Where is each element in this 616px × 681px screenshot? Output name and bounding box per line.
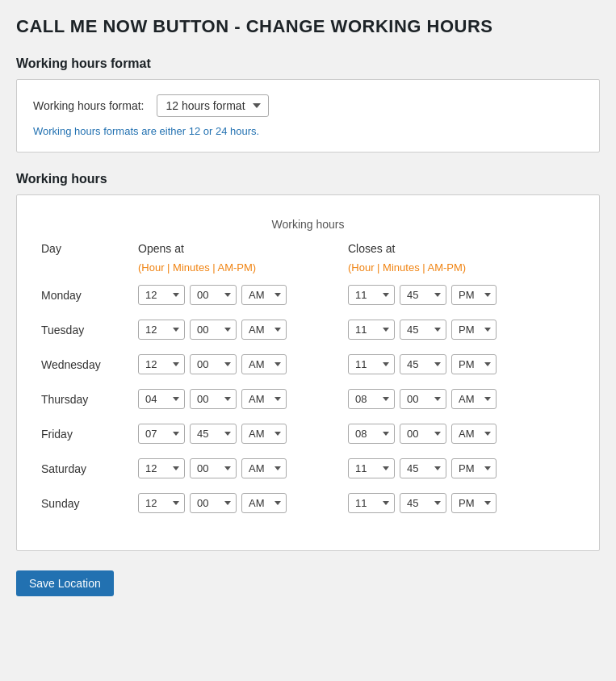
tuesday-close-min-select[interactable]: 00153045: [400, 320, 446, 340]
day-name-saturday: Saturday: [41, 462, 138, 475]
open-time-group: 01020304050607080910111200153045AMPM: [138, 285, 348, 305]
open-time-group: 01020304050607080910111200153045AMPM: [138, 424, 348, 444]
open-time-group: 01020304050607080910111200153045AMPM: [138, 389, 348, 409]
col-subheader-closes: (Hour | Minutes | AM-PM): [348, 261, 558, 274]
close-time-group: 01020304050607080910111200153045AMPM: [348, 493, 558, 513]
wednesday-open-min-select[interactable]: 00153045: [190, 354, 237, 374]
saturday-open-ampm-select[interactable]: AMPM: [241, 458, 287, 478]
day-name-monday: Monday: [41, 289, 138, 302]
day-rows: Monday01020304050607080910111200153045AM…: [41, 285, 575, 513]
saturday-close-hour-select[interactable]: 010203040506070809101112: [348, 458, 395, 478]
save-location-button[interactable]: Save Location: [16, 570, 114, 596]
open-time-group: 01020304050607080910111200153045AMPM: [138, 320, 348, 340]
hours-card: Working hours Day Opens at Closes at (Ho…: [16, 194, 600, 551]
sunday-close-min-select[interactable]: 00153045: [400, 493, 446, 513]
day-name-friday: Friday: [41, 428, 138, 441]
monday-close-hour-select[interactable]: 010203040506070809101112: [348, 285, 395, 305]
page-title: CALL ME NOW BUTTON - CHANGE WORKING HOUR…: [16, 16, 600, 37]
wednesday-close-ampm-select[interactable]: AMPM: [451, 354, 497, 374]
day-row: Sunday01020304050607080910111200153045AM…: [41, 493, 575, 513]
day-name-thursday: Thursday: [41, 393, 138, 406]
tuesday-close-hour-select[interactable]: 010203040506070809101112: [348, 320, 395, 340]
close-time-group: 01020304050607080910111200153045AMPM: [348, 458, 558, 478]
tuesday-close-ampm-select[interactable]: AMPM: [451, 320, 497, 340]
day-name-sunday: Sunday: [41, 497, 138, 510]
open-time-group: 01020304050607080910111200153045AMPM: [138, 458, 348, 478]
hours-section-title: Working hours: [16, 172, 600, 186]
close-time-group: 01020304050607080910111200153045AMPM: [348, 424, 558, 444]
day-row: Friday01020304050607080910111200153045AM…: [41, 424, 575, 444]
day-row: Tuesday01020304050607080910111200153045A…: [41, 320, 575, 340]
wednesday-open-hour-select[interactable]: 010203040506070809101112: [138, 354, 185, 374]
hours-format-select[interactable]: 12 hours format24 hours format: [157, 94, 269, 117]
close-time-group: 01020304050607080910111200153045AMPM: [348, 320, 558, 340]
tuesday-open-min-select[interactable]: 00153045: [190, 320, 237, 340]
close-time-group: 01020304050607080910111200153045AMPM: [348, 354, 558, 374]
thursday-close-ampm-select[interactable]: AMPM: [451, 389, 497, 409]
col-header-opens: Opens at: [138, 242, 348, 258]
day-row: Monday01020304050607080910111200153045AM…: [41, 285, 575, 305]
monday-close-ampm-select[interactable]: AMPM: [451, 285, 497, 305]
format-hint: Working hours formats are either 12 or 2…: [33, 125, 583, 137]
friday-open-min-select[interactable]: 00153045: [190, 424, 237, 444]
saturday-close-min-select[interactable]: 00153045: [400, 458, 446, 478]
saturday-open-hour-select[interactable]: 010203040506070809101112: [138, 458, 185, 478]
thursday-close-hour-select[interactable]: 010203040506070809101112: [348, 389, 395, 409]
monday-open-hour-select[interactable]: 010203040506070809101112: [138, 285, 185, 305]
close-time-group: 01020304050607080910111200153045AMPM: [348, 389, 558, 409]
col-subheader-opens: (Hour | Minutes | AM-PM): [138, 261, 348, 274]
open-time-group: 01020304050607080910111200153045AMPM: [138, 493, 348, 513]
wednesday-close-min-select[interactable]: 00153045: [400, 354, 446, 374]
thursday-open-ampm-select[interactable]: AMPM: [241, 389, 287, 409]
wednesday-open-ampm-select[interactable]: AMPM: [241, 354, 287, 374]
day-row: Thursday01020304050607080910111200153045…: [41, 389, 575, 409]
friday-close-min-select[interactable]: 00153045: [400, 424, 446, 444]
close-time-group: 01020304050607080910111200153045AMPM: [348, 285, 558, 305]
hours-table-header: Working hours: [41, 218, 575, 231]
format-label: Working hours format:: [33, 99, 144, 112]
sunday-close-ampm-select[interactable]: AMPM: [451, 493, 497, 513]
sunday-open-ampm-select[interactable]: AMPM: [241, 493, 287, 513]
format-card: Working hours format: 12 hours format24 …: [16, 79, 600, 152]
col-header-closes: Closes at: [348, 242, 558, 258]
friday-close-ampm-select[interactable]: AMPM: [451, 424, 497, 444]
day-name-tuesday: Tuesday: [41, 324, 138, 336]
format-section-title: Working hours format: [16, 56, 600, 71]
monday-close-min-select[interactable]: 00153045: [400, 285, 446, 305]
tuesday-open-ampm-select[interactable]: AMPM: [241, 320, 287, 340]
saturday-open-min-select[interactable]: 00153045: [190, 458, 237, 478]
friday-open-ampm-select[interactable]: AMPM: [241, 424, 287, 444]
thursday-open-min-select[interactable]: 00153045: [190, 389, 237, 409]
sunday-open-hour-select[interactable]: 010203040506070809101112: [138, 493, 185, 513]
monday-open-min-select[interactable]: 00153045: [190, 285, 237, 305]
sunday-open-min-select[interactable]: 00153045: [190, 493, 237, 513]
day-row: Wednesday0102030405060708091011120015304…: [41, 354, 575, 374]
sunday-close-hour-select[interactable]: 010203040506070809101112: [348, 493, 395, 513]
thursday-open-hour-select[interactable]: 010203040506070809101112: [138, 389, 185, 409]
day-row: Saturday01020304050607080910111200153045…: [41, 458, 575, 478]
open-time-group: 01020304050607080910111200153045AMPM: [138, 354, 348, 374]
wednesday-close-hour-select[interactable]: 010203040506070809101112: [348, 354, 395, 374]
friday-open-hour-select[interactable]: 010203040506070809101112: [138, 424, 185, 444]
day-name-wednesday: Wednesday: [41, 358, 138, 371]
tuesday-open-hour-select[interactable]: 010203040506070809101112: [138, 320, 185, 340]
monday-open-ampm-select[interactable]: AMPM: [241, 285, 287, 305]
thursday-close-min-select[interactable]: 00153045: [400, 389, 446, 409]
saturday-close-ampm-select[interactable]: AMPM: [451, 458, 497, 478]
friday-close-hour-select[interactable]: 010203040506070809101112: [348, 424, 395, 444]
col-header-day: Day: [41, 242, 138, 258]
